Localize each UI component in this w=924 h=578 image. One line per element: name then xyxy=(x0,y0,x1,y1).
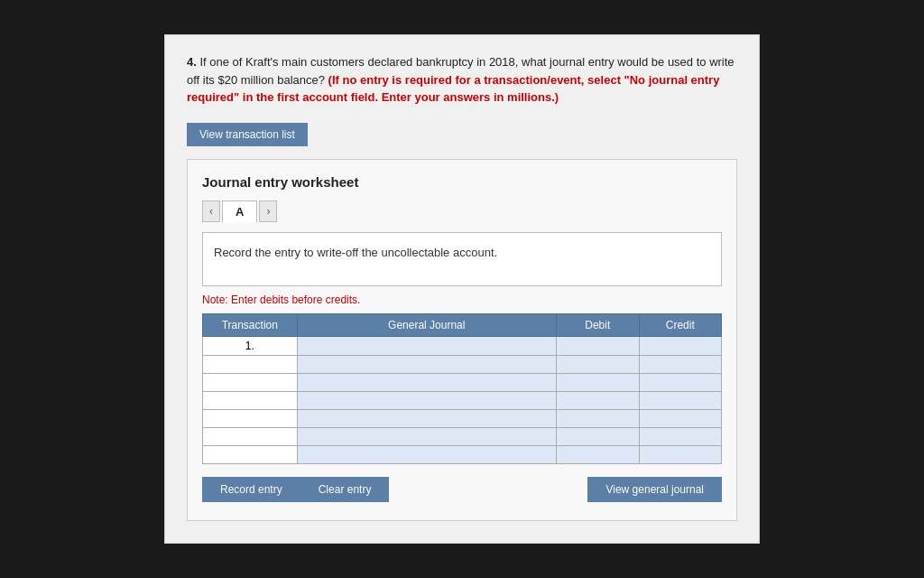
debit-cell[interactable] xyxy=(557,355,639,373)
credit-cell[interactable] xyxy=(639,355,722,373)
clear-entry-button[interactable]: Clear entry xyxy=(300,477,390,502)
debit-cell[interactable] xyxy=(557,409,639,427)
note-text: Note: Enter debits before credits. xyxy=(202,294,722,306)
credit-cell[interactable] xyxy=(639,409,722,427)
general-journal-input[interactable] xyxy=(298,392,557,409)
debit-input[interactable] xyxy=(557,446,638,463)
debit-input[interactable] xyxy=(557,337,638,355)
credit-input[interactable] xyxy=(640,356,722,373)
transaction-cell xyxy=(203,445,298,463)
credit-cell[interactable] xyxy=(639,373,722,391)
general-journal-cell[interactable] xyxy=(297,409,557,427)
tab-prev-arrow[interactable]: ‹ xyxy=(202,200,220,222)
tab-content-box: Record the entry to write-off the uncoll… xyxy=(202,232,722,286)
general-journal-cell[interactable] xyxy=(297,336,557,355)
col-header-credit: Credit xyxy=(639,313,722,336)
question-number: 4. xyxy=(187,55,197,69)
credit-input[interactable] xyxy=(640,446,722,463)
credit-input[interactable] xyxy=(640,392,722,409)
debit-input[interactable] xyxy=(557,356,638,373)
debit-cell[interactable] xyxy=(557,391,639,409)
credit-input[interactable] xyxy=(640,374,722,391)
transaction-cell xyxy=(203,391,298,409)
general-journal-input[interactable] xyxy=(298,428,557,445)
tab-next-arrow[interactable]: › xyxy=(259,200,277,222)
general-journal-cell[interactable] xyxy=(297,445,557,463)
credit-input[interactable] xyxy=(640,410,722,427)
debit-input[interactable] xyxy=(557,374,638,391)
credit-input[interactable] xyxy=(640,428,722,445)
general-journal-cell[interactable] xyxy=(297,391,557,409)
general-journal-input[interactable] xyxy=(298,337,557,355)
action-buttons: Record entry Clear entry View general jo… xyxy=(202,477,722,502)
record-entry-button[interactable]: Record entry xyxy=(202,477,300,502)
worksheet-title: Journal entry worksheet xyxy=(202,174,722,190)
general-journal-cell[interactable] xyxy=(297,355,557,373)
credit-cell[interactable] xyxy=(639,336,722,355)
journal-table: Transaction General Journal Debit Credit… xyxy=(202,313,722,464)
transaction-cell xyxy=(203,373,298,391)
credit-cell[interactable] xyxy=(639,391,722,409)
credit-cell[interactable] xyxy=(639,427,722,445)
tab-a[interactable]: A xyxy=(222,200,257,223)
debit-input[interactable] xyxy=(557,392,638,409)
general-journal-input[interactable] xyxy=(298,374,557,391)
view-transaction-button[interactable]: View transaction list xyxy=(187,123,308,146)
worksheet-container: Journal entry worksheet ‹ A › Record the… xyxy=(187,159,737,521)
view-general-journal-button[interactable]: View general journal xyxy=(587,477,722,502)
debit-cell[interactable] xyxy=(557,336,639,355)
debit-input[interactable] xyxy=(557,410,638,427)
tab-navigation: ‹ A › xyxy=(202,200,722,223)
main-container: 4. If one of Kraft's main customers decl… xyxy=(164,34,760,544)
transaction-cell: 1. xyxy=(203,336,298,355)
transaction-cell xyxy=(203,409,298,427)
col-header-debit: Debit xyxy=(557,313,639,336)
debit-input[interactable] xyxy=(557,428,638,445)
table-row xyxy=(203,445,722,463)
table-row xyxy=(203,355,722,373)
table-row xyxy=(203,409,722,427)
credit-input[interactable] xyxy=(640,337,722,355)
transaction-cell xyxy=(203,427,298,445)
table-row xyxy=(203,373,722,391)
general-journal-input[interactable] xyxy=(298,410,557,427)
debit-cell[interactable] xyxy=(557,427,639,445)
general-journal-input[interactable] xyxy=(298,446,557,463)
col-header-general: General Journal xyxy=(297,313,557,336)
general-journal-cell[interactable] xyxy=(297,427,557,445)
table-row: 1. xyxy=(203,336,722,355)
table-row xyxy=(203,427,722,445)
general-journal-input[interactable] xyxy=(298,356,557,373)
col-header-transaction: Transaction xyxy=(203,313,298,336)
debit-cell[interactable] xyxy=(557,445,639,463)
debit-cell[interactable] xyxy=(557,373,639,391)
transaction-cell xyxy=(203,355,298,373)
general-journal-cell[interactable] xyxy=(297,373,557,391)
button-spacer xyxy=(389,477,587,502)
question-text: 4. If one of Kraft's main customers decl… xyxy=(187,53,737,107)
table-row xyxy=(203,391,722,409)
credit-cell[interactable] xyxy=(639,445,722,463)
